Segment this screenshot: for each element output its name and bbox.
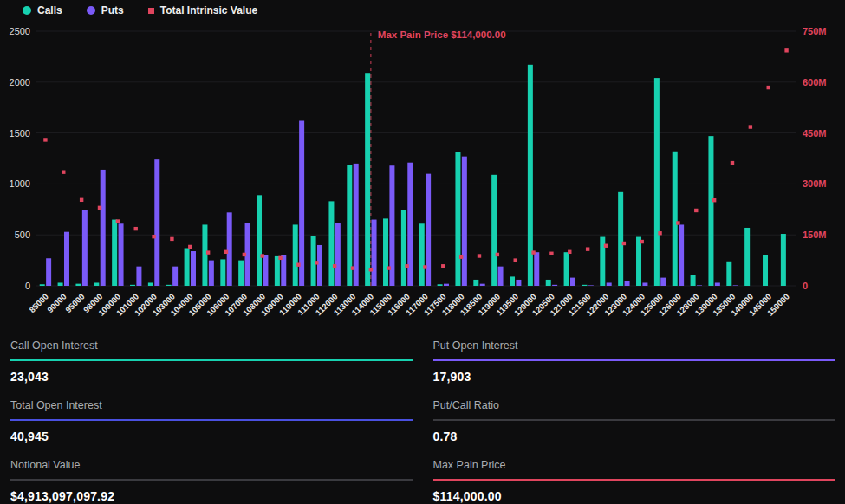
- left-axis-tick-label: 2500: [10, 26, 30, 36]
- stat-underline: [433, 419, 835, 421]
- puts-bar: [516, 280, 521, 286]
- calls-bar: [654, 78, 660, 286]
- total-intrinsic-value-point: [43, 138, 47, 141]
- right-axis-tick-label: 0: [803, 281, 808, 291]
- stat-put-call-ratio: Put/Call Ratio 0.78: [433, 394, 835, 450]
- puts-bar: [317, 245, 322, 286]
- max-pain-annotation: Max Pain Price $114,000.00: [378, 29, 506, 40]
- calls-bar: [40, 284, 45, 286]
- total-intrinsic-value-point: [531, 250, 535, 254]
- stat-max-pain-price: Max Pain Price $114,000.00: [433, 454, 835, 504]
- puts-bar: [642, 282, 647, 286]
- stat-label: Max Pain Price: [433, 459, 835, 471]
- total-intrinsic-value-series-icon: [148, 8, 154, 14]
- puts-bar: [660, 278, 666, 286]
- stat-label: Call Open Interest: [10, 339, 413, 352]
- total-intrinsic-value-point: [351, 266, 354, 269]
- calls-series-icon: [23, 6, 31, 15]
- total-intrinsic-value-point: [478, 254, 481, 257]
- options-max-pain-widget: Calls Puts Total Intrinsic Value 0050015…: [0, 0, 845, 504]
- total-intrinsic-value-point: [568, 250, 571, 254]
- right-axis-tick-label: 600M: [803, 77, 827, 87]
- legend-item-puts[interactable]: Puts: [87, 4, 124, 16]
- stat-value: 23,043: [10, 370, 413, 384]
- puts-bar: [570, 278, 575, 286]
- calls-bar: [708, 136, 713, 286]
- calls-bar: [491, 175, 497, 286]
- puts-bar: [191, 251, 196, 286]
- stat-label: Total Open Interest: [10, 399, 413, 411]
- x-axis-label: 90000: [45, 292, 68, 314]
- calls-bar: [58, 282, 63, 286]
- stat-underline: [433, 359, 835, 361]
- calls-bar: [636, 237, 641, 286]
- calls-bar: [220, 259, 225, 286]
- stat-notional-value: Notional Value $4,913,097,097.92: [10, 454, 413, 504]
- right-axis-tick-label: 150M: [803, 229, 827, 240]
- calls-bar: [166, 285, 172, 286]
- total-intrinsic-value-point: [586, 247, 589, 250]
- puts-bar: [697, 285, 702, 286]
- calls-bar: [148, 282, 153, 286]
- total-intrinsic-value-point: [549, 252, 553, 255]
- total-intrinsic-value-point: [784, 48, 788, 52]
- right-axis-tick-label: 450M: [803, 128, 827, 139]
- stat-underline: [10, 419, 413, 421]
- calls-bar: [185, 248, 190, 286]
- calls-bar: [419, 223, 425, 286]
- total-intrinsic-value-point: [224, 250, 228, 254]
- total-intrinsic-value-point: [170, 237, 173, 241]
- left-axis-tick-label: 1000: [10, 178, 30, 189]
- puts-bar: [625, 281, 630, 286]
- puts-bar: [227, 212, 232, 286]
- calls-bar: [257, 195, 262, 286]
- total-intrinsic-value-point: [622, 242, 626, 245]
- calls-bar: [618, 192, 623, 286]
- calls-bar: [275, 256, 280, 286]
- stat-underline: [10, 479, 413, 481]
- total-intrinsic-value-point: [712, 198, 716, 202]
- stat-put-open-interest: Put Open Interest 17,903: [433, 334, 835, 391]
- legend-label-puts: Puts: [101, 4, 124, 16]
- stat-label: Notional Value: [10, 459, 413, 471]
- total-intrinsic-value-point: [188, 245, 192, 249]
- legend-label-total-intrinsic-value: Total Intrinsic Value: [160, 4, 257, 16]
- calls-bar: [726, 262, 731, 286]
- puts-bar: [335, 223, 341, 286]
- puts-bar: [299, 120, 304, 286]
- total-intrinsic-value-point: [333, 264, 336, 268]
- puts-bar: [101, 170, 106, 286]
- chart-legend: Calls Puts Total Intrinsic Value: [23, 4, 257, 16]
- total-intrinsic-value-point: [640, 240, 644, 243]
- left-axis-tick-label: 0: [25, 281, 30, 291]
- total-intrinsic-value-point: [369, 268, 373, 271]
- total-intrinsic-value-point: [405, 264, 408, 268]
- calls-bar: [383, 218, 388, 286]
- calls-bar: [238, 261, 244, 286]
- total-intrinsic-value-point: [243, 253, 246, 256]
- puts-bar: [679, 224, 684, 286]
- legend-item-total-intrinsic-value[interactable]: Total Intrinsic Value: [148, 4, 257, 16]
- total-intrinsic-value-point: [441, 264, 445, 268]
- options-open-interest-chart: 00500150M1000300M1500450M2000600M2500750…: [0, 0, 845, 329]
- puts-bar: [462, 157, 467, 286]
- total-intrinsic-value-point: [278, 256, 282, 260]
- calls-bar: [293, 224, 298, 286]
- calls-bar: [401, 210, 406, 286]
- total-intrinsic-value-point: [604, 244, 608, 248]
- stats-panel: Call Open Interest 23,043 Put Open Inter…: [0, 329, 845, 504]
- calls-bar: [130, 285, 135, 286]
- left-axis-tick-label: 1500: [10, 128, 30, 139]
- legend-item-calls[interactable]: Calls: [23, 4, 62, 16]
- calls-bar: [365, 73, 370, 286]
- total-intrinsic-value-point: [315, 261, 318, 264]
- calls-bar: [328, 201, 334, 286]
- x-axis-label: 95000: [63, 292, 86, 314]
- calls-bar: [781, 234, 786, 286]
- puts-bar: [172, 267, 178, 286]
- calls-bar: [202, 224, 207, 286]
- total-intrinsic-value-point: [296, 262, 300, 266]
- right-axis-tick-label: 300M: [803, 178, 827, 189]
- left-axis-tick-label: 2000: [10, 77, 30, 87]
- puts-bar: [498, 267, 504, 286]
